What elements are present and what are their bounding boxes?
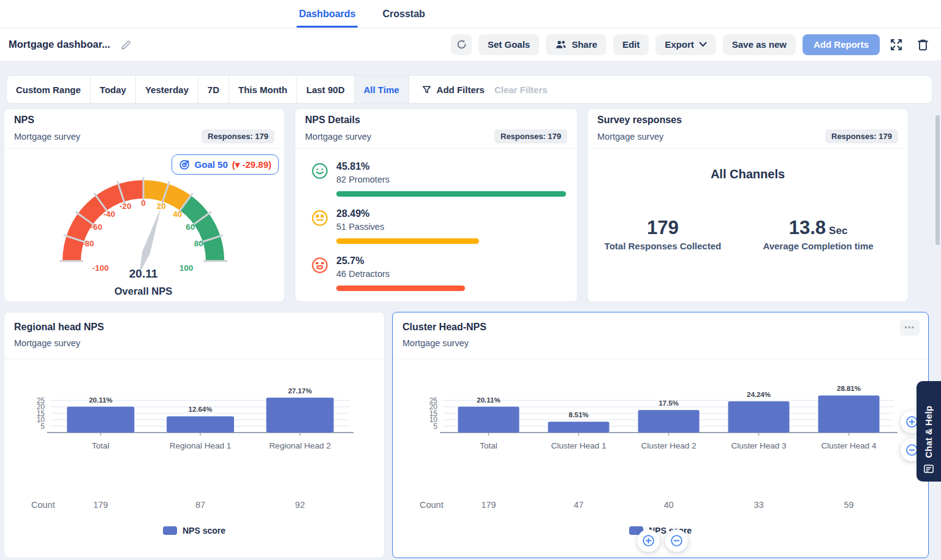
svg-text:20.11%: 20.11%	[477, 396, 500, 404]
svg-text:40: 40	[173, 210, 182, 219]
set-goals-button[interactable]: Set Goals	[478, 34, 539, 55]
count-value: 40	[641, 500, 697, 510]
range-last-90d[interactable]: Last 90D	[297, 76, 355, 103]
save-as-new-button[interactable]: Save as new	[723, 34, 796, 55]
avg-completion-unit: Sec	[829, 225, 847, 236]
svg-text:-40: -40	[103, 210, 115, 219]
set-goals-label: Set Goals	[488, 39, 530, 50]
chart-zoom-in-button[interactable]	[637, 529, 660, 552]
toolbar: Mortgage dashboar... Set Goals Share Edi…	[0, 28, 941, 61]
share-button[interactable]: Share	[546, 34, 607, 55]
bar[interactable]	[67, 407, 134, 433]
svg-text:25: 25	[37, 396, 45, 405]
range-custom-range[interactable]: Custom Range	[7, 76, 91, 103]
edit-title-pencil-icon[interactable]	[120, 39, 132, 50]
count-value: 59	[822, 500, 877, 510]
svg-text:20.11%: 20.11%	[89, 396, 112, 404]
page-scrollbar[interactable]	[935, 115, 940, 245]
passives-percent: 28.49%	[336, 208, 566, 219]
refresh-icon	[456, 39, 467, 50]
tab-crosstab-label: Crosstab	[382, 9, 425, 20]
passives-count: 51 Passives	[336, 222, 566, 232]
svg-text:Regional Head 2: Regional Head 2	[269, 441, 331, 450]
promoters-count: 82 Promoters	[336, 175, 566, 184]
export-button[interactable]: Export	[656, 34, 716, 55]
passive-neutral-icon	[311, 210, 328, 227]
bar[interactable]	[818, 395, 880, 433]
chat-help-tab[interactable]: Chat & Help	[916, 381, 941, 482]
nps-details-title: NPS Details	[305, 115, 567, 126]
fullscreen-button[interactable]	[886, 34, 906, 55]
cluster-card-header: Cluster Head-NPS Mortgage survey	[393, 312, 928, 359]
tab-crosstab[interactable]: Crosstab	[382, 0, 425, 28]
range-7d[interactable]: 7D	[198, 76, 229, 103]
detractors-row: 25.7% 46 Detractors	[311, 255, 566, 291]
nps-gauge: -100-80-60-40-2002040608010020.11Overall…	[4, 147, 285, 301]
trash-icon	[916, 38, 929, 51]
svg-text:Cluster Head 1: Cluster Head 1	[551, 441, 606, 450]
nav-tabs: Dashboards Crosstab	[299, 0, 425, 28]
add-filters-button[interactable]: Add Filters	[409, 85, 494, 95]
count-value: 47	[551, 500, 607, 510]
svg-text:Cluster Head 2: Cluster Head 2	[641, 441, 696, 450]
detractor-angry-icon	[311, 257, 328, 274]
plus-circle-icon	[642, 534, 655, 547]
clear-filters-button[interactable]: Clear Filters	[494, 85, 548, 95]
add-reports-label: Add Reports	[814, 39, 869, 50]
chat-help-label: Chat & Help	[924, 406, 934, 458]
add-reports-button[interactable]: Add Reports	[803, 34, 880, 55]
detractors-bar[interactable]	[336, 286, 465, 291]
card-menu-button[interactable]: •••	[900, 320, 920, 336]
svg-text:17.5%: 17.5%	[659, 399, 679, 407]
save-as-new-label: Save as new	[732, 39, 787, 50]
promoters-percent: 45.81%	[336, 161, 566, 172]
cluster-card-title: Cluster Head-NPS	[402, 322, 918, 333]
svg-text:Cluster Head 3: Cluster Head 3	[731, 441, 786, 450]
bar[interactable]	[458, 407, 520, 433]
survey-responses-subtitle: Mortgage survey	[597, 132, 663, 142]
regional-legend[interactable]: NPS score	[4, 526, 384, 535]
delete-dashboard-button[interactable]	[913, 34, 932, 55]
regional-head-nps-card[interactable]: Regional head NPS Mortgage survey 510152…	[4, 312, 385, 558]
avg-completion-value: 13.8	[789, 217, 826, 238]
regional-card-title: Regional head NPS	[14, 322, 374, 333]
channel-title: All Channels	[588, 167, 908, 181]
svg-text:0: 0	[141, 199, 146, 208]
survey-responses-header: Survey responses Mortgage survey Respons…	[588, 109, 908, 149]
count-value: 33	[731, 500, 787, 510]
cluster-legend[interactable]: NPS score	[393, 526, 928, 535]
filter-bar: Custom Range Today Yesterday 7D This Mon…	[6, 75, 932, 104]
tab-dashboards[interactable]: Dashboards	[299, 0, 355, 28]
nps-responses-badge: Responses: 179	[202, 129, 274, 143]
promoters-bar[interactable]	[336, 191, 566, 197]
svg-text:-100: -100	[92, 263, 108, 273]
bar[interactable]	[728, 401, 790, 433]
bar[interactable]	[167, 416, 234, 433]
bar[interactable]	[638, 410, 700, 433]
edit-label: Edit	[622, 39, 640, 50]
bar[interactable]	[548, 422, 610, 433]
range-this-month[interactable]: This Month	[229, 76, 297, 103]
nps-details-header: NPS Details Mortgage survey Responses: 1…	[295, 109, 577, 149]
refresh-button[interactable]	[451, 34, 472, 55]
cluster-head-nps-card[interactable]: Cluster Head-NPS Mortgage survey ••• 510…	[392, 312, 929, 558]
legend-swatch	[163, 526, 177, 535]
passives-bar[interactable]	[336, 238, 479, 244]
regional-count-row: Count1798792	[4, 500, 384, 512]
chart-zoom-out-button[interactable]	[665, 529, 688, 552]
avg-completion-stat: 13.8Sec Average Completion time	[738, 217, 899, 251]
svg-text:20: 20	[157, 202, 166, 211]
regional-card-subtitle: Mortgage survey	[14, 338, 80, 348]
count-value: 179	[73, 500, 128, 510]
range-today[interactable]: Today	[91, 76, 136, 103]
nps-card-subtitle: Mortgage survey	[14, 132, 80, 142]
range-yesterday[interactable]: Yesterday	[136, 76, 198, 103]
nps-details-subtitle: Mortgage survey	[305, 132, 371, 142]
svg-text:-20: -20	[119, 202, 132, 211]
edit-button[interactable]: Edit	[613, 34, 649, 55]
ellipsis-icon: •••	[904, 324, 915, 332]
nps-details-card: NPS Details Mortgage survey Responses: 1…	[295, 108, 578, 302]
bar[interactable]	[266, 398, 334, 433]
total-responses-label: Total Responses Collected	[588, 241, 738, 251]
range-all-time[interactable]: All Time	[355, 76, 409, 103]
